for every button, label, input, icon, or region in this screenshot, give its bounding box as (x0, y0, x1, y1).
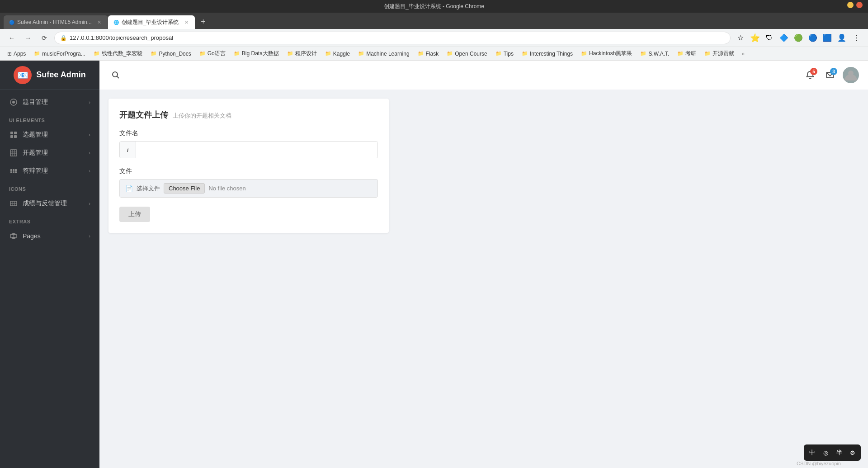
bookmark-hackintosh[interactable]: 📁 Hackintosh黑苹果 (577, 48, 636, 59)
choose-file-button[interactable]: Choose File (164, 183, 205, 194)
extension-icon-2[interactable]: 🛡 (763, 32, 776, 44)
bookmark-openCourse[interactable]: 📁 Open Course (443, 49, 491, 58)
bookmark-golang[interactable]: 📁 Go语言 (196, 48, 229, 59)
svg-point-25 (113, 72, 118, 77)
nav-item-left: 答辩管理 (9, 166, 48, 175)
bookmark-programming[interactable]: 📁 程序设计 (283, 48, 321, 59)
folder-icon: 📁 (94, 51, 100, 57)
extension-icon-6[interactable]: 🟦 (821, 32, 834, 44)
back-button[interactable]: ← (5, 32, 18, 44)
open-mgmt-icon (9, 148, 18, 157)
apps-bookmark[interactable]: ⊞ Apps (4, 49, 29, 58)
sidebar-item-label: Pages (23, 232, 41, 240)
file-group: 文件 📄 选择文件 Choose File No file chosen (119, 167, 378, 198)
bookmark-pythonDocs[interactable]: 📁 Python_Docs (147, 49, 194, 58)
extension-icon-1[interactable]: ⭐ (749, 32, 761, 44)
main-area: 5 3 (99, 61, 868, 468)
topic-mgmt-icon (9, 98, 18, 107)
tab-1[interactable]: 🔵 Sufee Admin - HTML5 Admin... ✕ (4, 15, 108, 29)
chevron-right-icon: › (89, 201, 90, 206)
extension-icon-4[interactable]: 🟢 (792, 32, 805, 44)
folder-icon: 📁 (234, 51, 240, 57)
input-mode-btn[interactable]: ◎ (819, 446, 832, 459)
filename-input[interactable] (136, 142, 377, 158)
folder-icon: 📁 (199, 51, 206, 57)
folder-icon: 📁 (677, 51, 684, 57)
folder-icon: 📁 (325, 51, 331, 57)
minimize-btn[interactable] (847, 2, 854, 8)
chinese-input-btn[interactable]: 中 (806, 446, 818, 459)
svg-rect-2 (10, 132, 13, 134)
tab-1-close[interactable]: ✕ (96, 19, 103, 25)
tab-2-close[interactable]: ✕ (183, 19, 189, 25)
defense-mgmt-icon (9, 166, 18, 175)
header-left (108, 68, 123, 82)
forward-button[interactable]: → (22, 32, 34, 44)
chevron-right-icon: › (89, 233, 90, 239)
sidebar-item-choice-mgmt[interactable]: 选题管理 › (0, 126, 99, 144)
sidebar-brand: 📧 Sufee Admin (0, 61, 99, 90)
bookmark-swat[interactable]: 📁 S.W.A.T. (637, 49, 673, 58)
sidebar-item-label: 选题管理 (23, 131, 48, 139)
notification-bell-button[interactable]: 5 (803, 68, 817, 82)
search-icon[interactable] (108, 68, 123, 82)
bookmark-musicForProg[interactable]: 📁 musicForProgra... (30, 49, 89, 58)
bookmark-study[interactable]: 📁 考研 (674, 48, 700, 59)
user-avatar[interactable] (843, 67, 859, 83)
header-right: 5 3 (803, 67, 859, 83)
half-width-btn[interactable]: 半 (833, 446, 845, 459)
chevron-right-icon: › (89, 132, 90, 137)
csdn-watermark: CSDN @biyezuopin (797, 461, 841, 466)
menu-icon[interactable]: ⋮ (850, 32, 863, 44)
bookmark-ml[interactable]: 📁 Machine Learning (354, 49, 413, 58)
close-btn[interactable] (856, 2, 863, 8)
more-bookmarks[interactable]: » (739, 49, 747, 58)
folder-icon: 📁 (447, 51, 453, 57)
apps-grid-icon: ⊞ (7, 51, 12, 57)
filename-input-wrapper: i (119, 141, 378, 158)
svg-rect-5 (14, 135, 17, 138)
extension-icon-5[interactable]: 🔵 (807, 32, 819, 44)
folder-icon: 📁 (495, 51, 502, 57)
brand-logo: 📧 (14, 66, 32, 84)
svg-rect-4 (10, 135, 13, 138)
sidebar-item-defense-mgmt[interactable]: 答辩管理 › (0, 162, 99, 180)
svg-rect-13 (15, 169, 17, 171)
nav-item-left: 选题管理 (9, 130, 48, 139)
tab-2[interactable]: 🌐 创建题目_毕业设计系统 ✕ (108, 15, 195, 29)
sidebar-item-pages[interactable]: Pages › (0, 227, 99, 245)
card-header: 开题文件上传 上传你的开题相关文档 (119, 109, 378, 120)
sidebar-item-grade-mgmt[interactable]: 成绩与反馈管理 › (0, 194, 99, 213)
bookmark-flask[interactable]: 📁 Flask (414, 49, 443, 58)
url-input[interactable] (70, 34, 725, 41)
nav-item-left: 成绩与反馈管理 (9, 199, 67, 208)
bookmark-linearAlgebra[interactable]: 📁 线性代数_李宏毅 (90, 48, 146, 59)
upload-button[interactable]: 上传 (119, 207, 150, 222)
chevron-right-icon: › (89, 99, 90, 105)
settings-btn[interactable]: ⚙ (846, 446, 859, 459)
file-document-icon: 📄 (125, 185, 133, 192)
folder-icon: 📁 (358, 51, 364, 57)
notification-badge: 5 (810, 68, 817, 75)
svg-rect-3 (14, 132, 17, 134)
address-bar[interactable]: 🔒 (54, 32, 731, 44)
sidebar-item-label: 题目管理 (23, 98, 48, 106)
bookmark-interesting[interactable]: 📁 Interesting Things (518, 49, 576, 58)
sidebar-item-topic-mgmt[interactable]: 题目管理 › (0, 93, 99, 111)
messages-button[interactable]: 3 (823, 68, 837, 82)
bookmark-icon[interactable]: ☆ (734, 32, 747, 44)
bookmark-openSource[interactable]: 📁 开源贡献 (701, 48, 738, 59)
bookmark-kaggle[interactable]: 📁 Kaggle (321, 49, 354, 58)
new-tab-button[interactable]: + (197, 15, 209, 28)
account-icon[interactable]: 👤 (835, 32, 848, 44)
bookmark-tips[interactable]: 📁 Tips (492, 49, 517, 58)
reload-button[interactable]: ⟳ (38, 32, 51, 44)
extension-icon-3[interactable]: 🔷 (778, 32, 790, 44)
bookmarks-bar: ⊞ Apps 📁 musicForProgra... 📁 线性代数_李宏毅 📁 … (0, 47, 868, 61)
file-label: 文件 (119, 167, 378, 175)
messages-badge: 3 (830, 68, 837, 75)
app-container: 📧 Sufee Admin 题目管理 › UI ELEMENTS (0, 61, 868, 468)
sidebar-item-open-mgmt[interactable]: 开题管理 › (0, 144, 99, 162)
bookmark-bigData[interactable]: 📁 Big Data大数据 (230, 48, 283, 59)
sidebar-item-label: 开题管理 (23, 149, 48, 157)
